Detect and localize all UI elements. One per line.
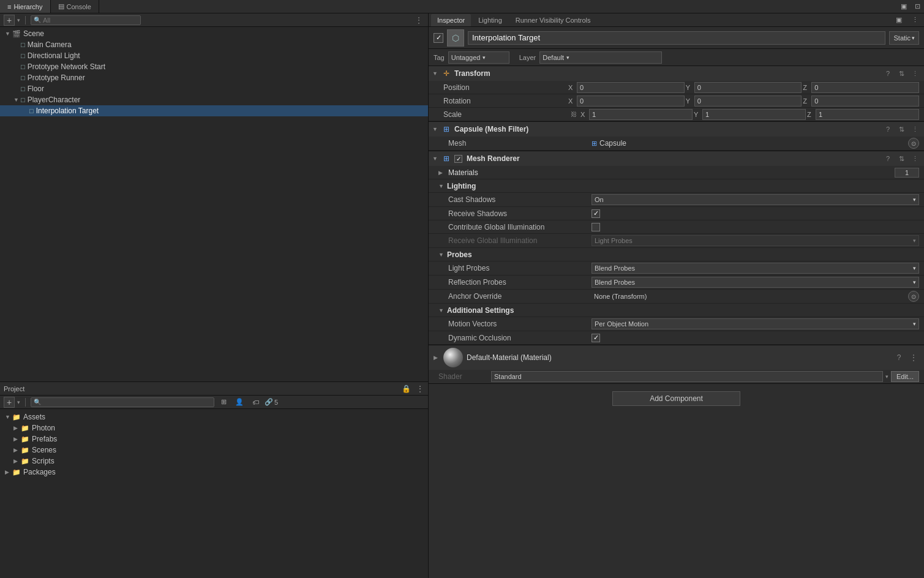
project-filter-icon-3[interactable]: 🏷 [249, 396, 262, 409]
hierarchy-search-input[interactable] [43, 17, 138, 24]
reflection-probes-dropdown[interactable]: Blend Probes ▾ [592, 277, 919, 288]
scale-z-input[interactable] [816, 109, 919, 120]
inspector-menu-icon[interactable]: ⋮ [908, 13, 922, 27]
scale-x-input[interactable] [589, 109, 693, 120]
project-item-scenes[interactable]: ▶ 📁 Scenes [0, 445, 428, 456]
transform-help-btn[interactable]: ? [882, 68, 893, 79]
project-add-button[interactable]: + [4, 397, 15, 408]
project-search-input[interactable] [43, 399, 211, 406]
position-x-label: X [568, 84, 576, 91]
mesh-filter-help-btn[interactable]: ? [882, 124, 893, 135]
additional-settings-sub-header[interactable]: ▼ Additional Settings [429, 304, 924, 317]
mesh-pick-btn[interactable]: ⊙ [908, 138, 919, 149]
hierarchy-menu-icon[interactable]: ⋮ [413, 15, 424, 26]
hierarchy-add-button[interactable]: + [4, 15, 15, 26]
hierarchy-item-floor[interactable]: □ Floor [0, 83, 428, 94]
mesh-renderer-menu-btn[interactable]: ⋮ [909, 153, 920, 164]
project-filter-icon-1[interactable]: ⊞ [217, 396, 230, 409]
material-header[interactable]: ▶ Default-Material (Material) ? ⋮ [429, 345, 924, 370]
mesh-renderer-header[interactable]: ▼ ⊞ Mesh Renderer ? ⇅ ⋮ [429, 151, 924, 166]
project-filter-icon-2[interactable]: 👤 [233, 396, 246, 409]
hierarchy-item-proto-network[interactable]: □ Prototype Network Start [0, 61, 428, 72]
light-probes-row: Light Probes Blend Probes ▾ [429, 261, 924, 276]
project-add-arrow[interactable]: ▾ [17, 399, 20, 405]
project-item-photon[interactable]: ▶ 📁 Photon [0, 422, 428, 434]
additional-settings-arrow: ▼ [438, 307, 445, 313]
tag-dropdown[interactable]: Untagged ▾ [448, 51, 509, 64]
transform-arrow: ▼ [432, 70, 438, 77]
rotation-x-input[interactable] [577, 96, 685, 107]
receive-shadows-checkbox[interactable] [592, 209, 600, 218]
anchor-override-pick-btn[interactable]: ⊙ [908, 291, 919, 302]
receive-gi-dropdown[interactable]: Light Probes ▾ [592, 235, 919, 246]
transform-component: ▼ ✛ Transform ? ⇅ ⋮ Position X [429, 66, 924, 122]
photon-folder-icon: 📁 [21, 424, 29, 432]
object-name-input[interactable] [468, 31, 885, 45]
project-lock-icon[interactable]: 🔒 [402, 385, 411, 393]
material-menu-btn[interactable]: ⋮ [908, 352, 919, 363]
position-x-input[interactable] [577, 82, 685, 93]
mesh-row: Mesh ⊞ Capsule ⊙ [429, 137, 924, 151]
cast-shadows-dropdown[interactable]: On ▾ [592, 194, 919, 205]
scale-link-icon: ⛓ [568, 109, 579, 120]
scale-y-input[interactable] [702, 109, 806, 120]
project-item-scripts[interactable]: ▶ 📁 Scripts [0, 456, 428, 467]
hierarchy-add-arrow[interactable]: ▾ [17, 17, 20, 23]
transform-header[interactable]: ▼ ✛ Transform ? ⇅ ⋮ [429, 66, 924, 81]
layer-dropdown[interactable]: Default ▾ [539, 51, 662, 64]
tab-inspector[interactable]: Inspector [431, 14, 471, 26]
transform-position-row: Position X Y Z [429, 81, 924, 94]
rotation-y-input[interactable] [694, 96, 802, 107]
hierarchy-item-proto-runner[interactable]: □ Prototype Runner [0, 72, 428, 83]
materials-row[interactable]: ▶ Materials 1 [429, 166, 924, 179]
tab-lighting[interactable]: Lighting [472, 14, 508, 26]
main-layout: + ▾ 🔍 ⋮ ▼ 🎬 Scene □ [0, 13, 924, 578]
mesh-filter-settings-btn[interactable]: ⇅ [896, 124, 907, 135]
lighting-sub-arrow: ▼ [438, 183, 445, 189]
hierarchy-item-scene[interactable]: ▼ 🎬 Scene [0, 28, 428, 39]
mesh-filter-header[interactable]: ▼ ⊞ Capsule (Mesh Filter) ? ⇅ ⋮ [429, 122, 924, 137]
transform-scale-row: Scale ⛓ X Y [429, 108, 924, 121]
hierarchy-item-interpolation-target[interactable]: □ Interpolation Target [0, 105, 428, 116]
prefabs-folder-icon: 📁 [21, 435, 29, 443]
collapse-icon[interactable]: ▣ [897, 0, 911, 13]
position-y-field: Y [686, 82, 802, 93]
static-button[interactable]: Static ▾ [889, 31, 919, 45]
transform-title: Transform [454, 69, 880, 78]
tab-console[interactable]: ▤ Console [51, 0, 99, 13]
hierarchy-item-directional-light[interactable]: □ Directional Light [0, 50, 428, 61]
tab-hierarchy[interactable]: ≡ Hierarchy [0, 0, 51, 13]
dynamic-occlusion-checkbox[interactable] [592, 334, 600, 342]
mesh-filter-menu-btn[interactable]: ⋮ [909, 124, 920, 135]
mesh-renderer-help-btn[interactable]: ? [882, 153, 893, 164]
transform-settings-btn[interactable]: ⇅ [896, 68, 907, 79]
light-probes-label: Light Probes [448, 264, 589, 272]
probes-sub-header[interactable]: ▼ Probes [429, 248, 924, 261]
maximize-icon[interactable]: ⊡ [911, 0, 924, 13]
transform-menu-btn[interactable]: ⋮ [909, 68, 920, 79]
project-item-prefabs[interactable]: ▶ 📁 Prefabs [0, 434, 428, 445]
motion-vectors-dropdown[interactable]: Per Object Motion ▾ [592, 318, 919, 329]
cast-shadows-label: Cast Shadows [448, 195, 589, 204]
project-menu-icon[interactable]: ⋮ [416, 384, 424, 394]
playercharacter-label: PlayerCharacter [28, 96, 81, 104]
hierarchy-item-main-camera[interactable]: □ Main Camera [0, 39, 428, 50]
position-z-input[interactable] [811, 82, 919, 93]
light-probes-dropdown[interactable]: Blend Probes ▾ [592, 263, 919, 274]
hierarchy-item-playercharacter[interactable]: ▼ □ PlayerCharacter [0, 94, 428, 105]
object-active-checkbox[interactable] [434, 33, 443, 43]
shader-edit-btn[interactable]: Edit... [891, 371, 919, 382]
tab-runner-visibility[interactable]: Runner Visibility Controls [509, 14, 597, 26]
contribute-gi-checkbox[interactable] [592, 223, 600, 231]
rotation-z-input[interactable] [811, 96, 919, 107]
mesh-renderer-settings-btn[interactable]: ⇅ [896, 153, 907, 164]
material-help-btn[interactable]: ? [893, 352, 904, 363]
mesh-renderer-enable-checkbox[interactable] [454, 155, 462, 163]
add-component-button[interactable]: Add Component [612, 391, 740, 406]
lighting-sub-header[interactable]: ▼ Lighting [429, 179, 924, 193]
project-item-packages[interactable]: ▶ 📁 Packages [0, 467, 428, 478]
scripts-label: Scripts [32, 457, 54, 465]
project-item-assets[interactable]: ▼ 📁 Assets [0, 411, 428, 422]
inspector-collapse-icon[interactable]: ▣ [892, 13, 906, 27]
position-y-input[interactable] [694, 82, 802, 93]
